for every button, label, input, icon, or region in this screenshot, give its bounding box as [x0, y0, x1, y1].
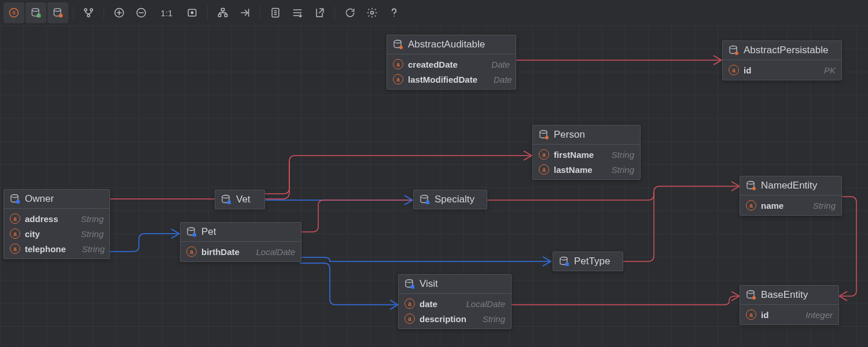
node-header: NamedEntity	[740, 176, 841, 195]
attr-row: aidPK	[723, 62, 841, 77]
svg-rect-27	[16, 200, 20, 204]
class-icon	[186, 227, 197, 237]
attr-row: adateLocalDate	[399, 296, 511, 311]
node-abstract-auditable[interactable]: AbstractAuditable acreatedDateDate alast…	[387, 35, 516, 90]
svg-rect-13	[222, 9, 225, 11]
class-icon	[10, 194, 20, 204]
document-icon[interactable]	[265, 2, 286, 23]
separator	[104, 6, 104, 20]
svg-point-4	[54, 9, 61, 12]
node-abstract-persistable[interactable]: AbstractPersistable aidPK	[722, 40, 842, 80]
svg-rect-31	[426, 201, 429, 204]
svg-rect-37	[411, 285, 414, 289]
node-pet[interactable]: Pet abirthDateLocalDate	[180, 222, 301, 262]
svg-point-8	[87, 14, 90, 17]
list-icon[interactable]	[287, 2, 308, 23]
svg-point-20	[730, 46, 737, 49]
attr-icon: a	[746, 200, 756, 211]
svg-rect-15	[225, 14, 227, 17]
node-header: BaseEntity	[740, 286, 838, 305]
class-icon	[559, 256, 569, 267]
node-title: BaseEntity	[761, 289, 808, 301]
attr-icon: a	[186, 246, 197, 257]
node-title: Vet	[236, 194, 251, 205]
attr-row: acityString	[4, 226, 109, 241]
refresh-icon[interactable]	[340, 2, 361, 23]
attr-row: adescriptionString	[399, 311, 511, 326]
diagram-canvas[interactable]: AbstractAuditable acreatedDateDate alast…	[0, 25, 868, 347]
export-icon[interactable]	[309, 2, 330, 23]
node-specialty[interactable]: Specialty	[413, 190, 487, 209]
separator	[207, 6, 208, 20]
attr-icon: a	[404, 298, 415, 309]
route-icon[interactable]	[234, 2, 255, 23]
svg-point-39	[752, 296, 756, 300]
attr-icon: a	[539, 164, 549, 175]
node-vet[interactable]: Vet	[215, 190, 265, 209]
key-attr-icon: a	[746, 309, 756, 320]
attr-icon: a	[393, 74, 403, 84]
svg-point-28	[222, 195, 229, 198]
svg-rect-35	[565, 263, 569, 266]
fit-screen-icon[interactable]	[182, 2, 203, 23]
node-title: AbstractPersistable	[744, 45, 828, 56]
svg-point-34	[560, 257, 567, 260]
zoom-in-icon[interactable]	[109, 2, 130, 23]
separator	[334, 6, 335, 20]
node-named-entity[interactable]: NamedEntity anameString	[740, 176, 842, 216]
node-header: Vet	[215, 190, 264, 209]
branch-icon[interactable]	[78, 2, 99, 23]
node-base-entity[interactable]: BaseEntity aidInteger	[740, 285, 839, 325]
node-header: Pet	[181, 223, 301, 242]
node-title: Person	[554, 129, 585, 141]
layout-icon[interactable]	[212, 2, 233, 23]
toolbar-db-orange-icon[interactable]	[47, 2, 68, 23]
node-title: Specialty	[435, 194, 475, 205]
attr-icon: a	[10, 243, 20, 254]
node-person[interactable]: Person afirstNameString alastNameString	[532, 125, 641, 180]
toolbar: a 1:1	[0, 0, 868, 26]
attr-row: aaddressString	[4, 211, 109, 226]
node-title: Visit	[420, 278, 438, 290]
svg-point-36	[406, 280, 413, 283]
node-title: Pet	[201, 226, 216, 238]
zoom-out-icon[interactable]	[131, 2, 152, 23]
separator	[73, 6, 73, 20]
node-header: PetType	[553, 252, 623, 271]
svg-point-38	[747, 291, 754, 294]
toolbar-db-green-icon[interactable]	[25, 2, 46, 23]
class-icon	[746, 290, 756, 300]
attr-row: anameString	[740, 198, 841, 213]
attr-row: afirstNameString	[533, 147, 640, 162]
attr-icon: a	[539, 149, 549, 160]
svg-rect-33	[193, 233, 196, 237]
svg-point-23	[545, 136, 549, 139]
class-icon	[539, 130, 549, 140]
class-icon	[420, 194, 430, 205]
node-title: NamedEntity	[761, 180, 817, 191]
node-visit[interactable]: Visit adateLocalDate adescriptionString	[398, 274, 512, 329]
node-header: Person	[533, 125, 640, 145]
toolbar-a-icon[interactable]: a	[3, 2, 24, 23]
zoom-reset-button[interactable]: 1:1	[153, 2, 181, 23]
help-icon[interactable]	[384, 2, 404, 23]
separator	[260, 6, 260, 20]
node-title: Owner	[25, 193, 54, 205]
node-pet-type[interactable]: PetType	[553, 252, 623, 271]
node-header: Visit	[399, 275, 511, 294]
node-owner[interactable]: Owner aaddressString acityString ateleph…	[3, 189, 110, 259]
attr-icon: a	[404, 313, 415, 324]
attr-icon: a	[10, 228, 20, 239]
node-header: AbstractPersistable	[723, 41, 841, 60]
svg-point-25	[752, 187, 756, 190]
svg-text:a: a	[12, 9, 16, 16]
svg-rect-29	[227, 201, 231, 204]
node-title: PetType	[574, 256, 610, 267]
svg-point-6	[84, 9, 87, 11]
node-header: Specialty	[414, 190, 487, 209]
attr-row: atelephoneString	[4, 241, 109, 256]
svg-point-17	[371, 12, 374, 14]
settings-icon[interactable]	[362, 2, 382, 23]
svg-point-12	[191, 12, 193, 13]
svg-point-30	[421, 195, 428, 198]
